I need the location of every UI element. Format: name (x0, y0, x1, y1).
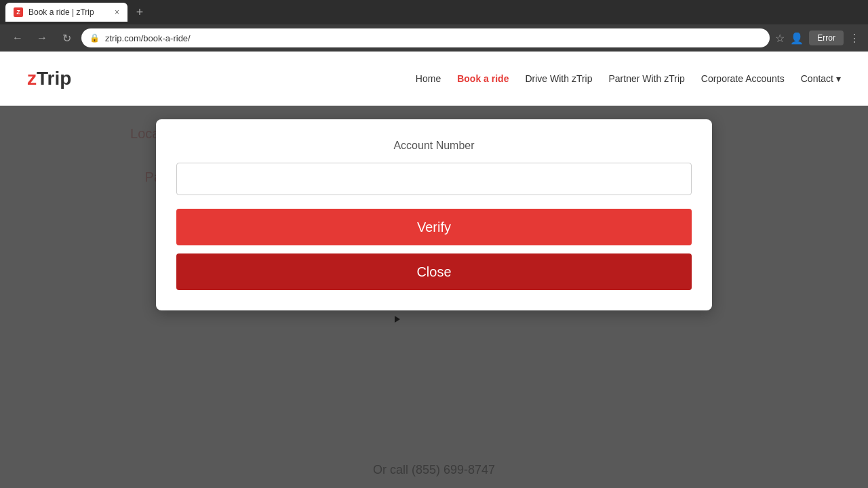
modal-buttons: Verify Close (176, 209, 692, 290)
page-content: Location Now Later Payment Account Next … (0, 106, 868, 488)
browser-actions: ☆ 👤 Error ⋮ (775, 30, 860, 45)
lock-icon: 🔒 (90, 33, 100, 43)
back-button[interactable]: ← (8, 28, 27, 47)
nav-home[interactable]: Home (416, 73, 441, 84)
nav-contact-label: Contact (801, 73, 833, 84)
close-button[interactable]: Close (176, 253, 692, 290)
profile-icon[interactable]: 👤 (790, 32, 804, 45)
menu-icon[interactable]: ⋮ (849, 32, 860, 45)
address-bar[interactable]: 🔒 ztrip.com/book-a-ride/ (81, 28, 770, 47)
modal-wrapper: Account Number Verify Close (0, 106, 868, 488)
page: zTrip Home Book a ride Drive With zTrip … (0, 52, 868, 488)
verify-button[interactable]: Verify (176, 209, 692, 245)
nav-corporate[interactable]: Corporate Accounts (701, 73, 785, 84)
nav-links: Home Book a ride Drive With zTrip Partne… (416, 73, 841, 84)
active-tab[interactable]: Z Book a ride | zTrip × (5, 3, 127, 22)
account-modal: Account Number Verify Close (156, 119, 712, 310)
browser-controls: ← → ↻ 🔒 ztrip.com/book-a-ride/ ☆ 👤 Error… (0, 24, 868, 52)
nav-drive[interactable]: Drive With zTrip (525, 73, 592, 84)
refresh-button[interactable]: ↻ (57, 28, 76, 47)
tab-title: Book a ride | zTrip (28, 7, 109, 17)
logo-z: z (27, 68, 37, 89)
tab-bar: Z Book a ride | zTrip × + (0, 0, 868, 24)
chevron-down-icon: ▾ (836, 73, 841, 84)
bookmark-icon[interactable]: ☆ (775, 32, 785, 45)
address-text: ztrip.com/book-a-ride/ (105, 33, 762, 43)
error-button[interactable]: Error (809, 30, 844, 45)
nav-contact[interactable]: Contact ▾ (801, 73, 841, 84)
browser-chrome: Z Book a ride | zTrip × + ← → ↻ 🔒 ztrip.… (0, 0, 868, 52)
new-tab-button[interactable]: + (130, 3, 149, 22)
account-number-input[interactable] (176, 163, 692, 195)
main-nav: zTrip Home Book a ride Drive With zTrip … (0, 52, 868, 106)
tab-favicon: Z (14, 7, 23, 17)
modal-title: Account Number (176, 140, 692, 152)
nav-book-ride[interactable]: Book a ride (457, 73, 509, 84)
nav-partner[interactable]: Partner With zTrip (609, 73, 685, 84)
logo[interactable]: zTrip (27, 68, 71, 89)
logo-trip: Trip (37, 68, 71, 89)
forward-button[interactable]: → (33, 28, 52, 47)
tab-close-button[interactable]: × (115, 7, 119, 17)
